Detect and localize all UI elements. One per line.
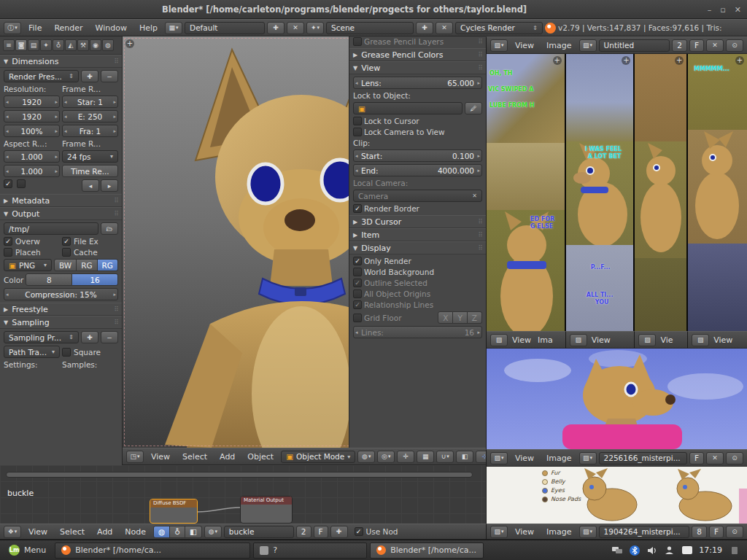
cache-result-checkbox[interactable] [62, 248, 71, 257]
all-object-origins-checkbox[interactable] [353, 289, 362, 298]
add-sampling-preset-icon[interactable]: ✚ [81, 331, 98, 343]
render-border-checkbox[interactable]: ✓ [353, 204, 362, 213]
frame-end-field[interactable]: ◂E: 250▸ [62, 110, 118, 122]
taskbar-window-3[interactable]: Blender* [/home/ca... [370, 542, 484, 559]
image-name-field[interactable]: Untitled [599, 39, 670, 52]
menu-add[interactable]: Add [214, 451, 240, 463]
viewport-sidebar[interactable]: Grease Pencil Layers ⠿ ▶Grease Pencil Co… [349, 36, 486, 448]
show-desktop-icon[interactable] [729, 545, 740, 556]
tab-render-icon[interactable]: ◙ [15, 39, 27, 51]
section-display[interactable]: ▼Display ⠿ [349, 241, 486, 254]
manipulator-icon[interactable]: ✛ [397, 451, 414, 463]
tab-material-icon[interactable]: ◍ [102, 39, 114, 51]
tab-world-icon[interactable]: ♁ [53, 39, 64, 51]
image-pane-reference-sheet[interactable]: Fur Belly Eyes Nose Pads [486, 467, 747, 524]
image-users-button[interactable]: 8 [692, 526, 707, 538]
close-icon[interactable]: ✕ [735, 5, 741, 15]
editor-type-image-icon[interactable]: ▨▾ [490, 526, 508, 538]
panel-drag-icon[interactable]: ⠿ [478, 218, 482, 225]
node-material-output[interactable]: Material Output [240, 496, 293, 524]
panel-drag-icon[interactable]: ⠿ [478, 244, 482, 252]
relationship-lines-checkbox[interactable]: ✓ [353, 300, 362, 309]
taskbar-window-1[interactable]: Blender* [/home/ca... [55, 542, 250, 559]
resolution-x-field[interactable]: ◂1920▸ [4, 96, 60, 108]
clip-end-field[interactable]: ◂End:4000.000▸ [353, 164, 482, 176]
render-engine-select[interactable]: Cycles Render⇕ [455, 22, 543, 34]
axis-z-button[interactable]: Z [468, 311, 482, 324]
tab-arrows-icon[interactable]: ≡ [3, 39, 15, 51]
image-browse-icon[interactable]: ▨▾ [579, 526, 597, 538]
color-mode-rgba[interactable]: RG [98, 259, 118, 271]
file-browse-icon[interactable]: 🗁 [101, 222, 118, 235]
tab-render-layers-icon[interactable]: ▤ [28, 39, 39, 51]
color-mode-bw[interactable]: BW [54, 259, 77, 271]
section-freestyle[interactable]: ▶Freestyle ⠿ [0, 303, 122, 316]
material-users-button[interactable]: 2 [296, 526, 311, 538]
clip-start-field[interactable]: ◂Start:0.100▸ [353, 149, 482, 162]
depth-8-button[interactable]: 8 [26, 273, 72, 286]
pivot-point-icon[interactable]: ◎▾ [377, 451, 395, 463]
menu-render[interactable]: Render [49, 22, 88, 34]
image-users-button[interactable]: 2 [672, 39, 687, 52]
panel-drag-icon[interactable]: ⠿ [114, 306, 118, 313]
expand-region-icon[interactable]: + [553, 56, 562, 65]
menu-view[interactable]: View [510, 452, 539, 464]
frame-start-field[interactable]: ◂Star: 1▸ [62, 96, 118, 108]
add-preset-icon[interactable]: ✚ [81, 70, 98, 82]
panel-drag-icon[interactable]: ⠿ [114, 210, 118, 217]
image-pane-pink-shirt[interactable] [486, 349, 747, 449]
menu-add[interactable]: Add [92, 526, 117, 538]
section-sampling[interactable]: ▼Sampling ⠿ [0, 316, 122, 329]
border-checkbox[interactable]: ✓ [4, 179, 12, 188]
node-diffuse-bsdf[interactable]: Diffuse BSDF [150, 499, 198, 524]
local-camera-field[interactable]: Camera✕ [353, 190, 482, 202]
clock[interactable]: 17:19 [699, 545, 722, 555]
editor-type-image-icon[interactable]: ▨▾ [490, 39, 508, 52]
image-name-field[interactable]: 2256166_misterpi... [599, 452, 687, 464]
file-format-select[interactable]: ▣PNG▾ [4, 259, 52, 271]
network-icon[interactable] [611, 545, 622, 556]
image-browse-icon[interactable]: ▨▾ [579, 39, 597, 52]
fake-user-button[interactable]: F [314, 526, 328, 538]
unlink-image-icon[interactable]: ✕ [706, 452, 724, 464]
image-pane-1[interactable]: OH, TH VIC SWIPED A LUBE FROM H ED FOR G… [487, 54, 566, 331]
menu-view[interactable]: View [510, 39, 539, 52]
editor-type-3dview-icon[interactable]: ◳▾ [126, 451, 144, 463]
placeholders-checkbox[interactable] [4, 248, 12, 257]
menu-image[interactable]: Image [541, 526, 576, 538]
panel-drag-icon[interactable]: ⠿ [114, 197, 118, 204]
tab-data-icon[interactable]: ◉ [90, 39, 101, 51]
eyedropper-icon[interactable]: 🖉 [465, 102, 482, 114]
editor-type-info-icon[interactable]: ⓘ▾ [4, 22, 21, 34]
section-gp-colors[interactable]: ▶Grease Pencil Colors ⠿ [349, 48, 486, 61]
keyboard-layout-icon[interactable] [681, 545, 692, 556]
menu-help[interactable]: Help [134, 22, 163, 34]
editor-type-image-icon[interactable]: ▨ [490, 334, 508, 346]
menu-view[interactable]: View [589, 334, 613, 346]
menu-window[interactable]: Window [90, 22, 132, 34]
resolution-percentage-field[interactable]: ◂100%▸ [4, 125, 60, 137]
menu-image[interactable]: Ima [535, 334, 555, 346]
frame-step-fwd-icon[interactable]: ▸ [101, 179, 118, 192]
resolution-y-field[interactable]: ◂1920▸ [4, 110, 60, 122]
minimize-icon[interactable]: – [708, 5, 712, 15]
volume-icon[interactable] [646, 545, 657, 556]
opengl-render-icon[interactable]: ◧ [456, 451, 473, 463]
section-3d-cursor[interactable]: ▶3D Cursor ⠿ [349, 215, 486, 228]
section-view[interactable]: ▼View ⠿ [349, 61, 486, 74]
panel-drag-icon[interactable]: ⠿ [114, 319, 118, 326]
image-browse-icon[interactable]: ▨▾ [579, 452, 597, 464]
output-path-field[interactable]: /tmp/ [4, 222, 98, 235]
world-background-checkbox[interactable] [353, 268, 362, 276]
menu-view[interactable]: View [711, 334, 735, 346]
color-mode-rgb[interactable]: RG [77, 259, 97, 271]
material-context-icon[interactable]: ◍ [153, 526, 170, 538]
image-pane-2[interactable]: I WAS FEEL A LOT BET P...F... ALL TI... … [566, 54, 635, 331]
menu-view[interactable]: View [510, 526, 539, 538]
axis-x-button[interactable]: X [438, 311, 453, 324]
properties-editor[interactable]: ≡ ◙ ▤ ✦ ♁ ◭ ⚒ ◉ ◍ ▼Dimensions ⠿ Render P… [0, 36, 123, 465]
axis-gizmo-icon[interactable]: ⊹ [476, 451, 486, 463]
section-output[interactable]: ▼Output ⠿ [0, 207, 122, 220]
time-remapping-button[interactable]: Time Re... [62, 165, 118, 177]
axis-y-button[interactable]: Y [453, 311, 467, 324]
